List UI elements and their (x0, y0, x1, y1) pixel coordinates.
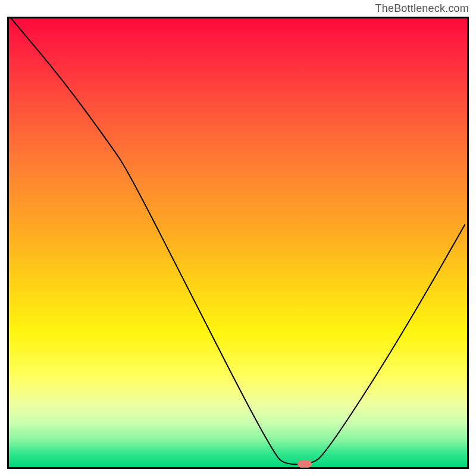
chart-background-gradient (9, 18, 467, 467)
optimal-marker (298, 461, 312, 468)
attribution-text: TheBottleneck.com (375, 2, 469, 15)
chart-frame (7, 17, 469, 469)
